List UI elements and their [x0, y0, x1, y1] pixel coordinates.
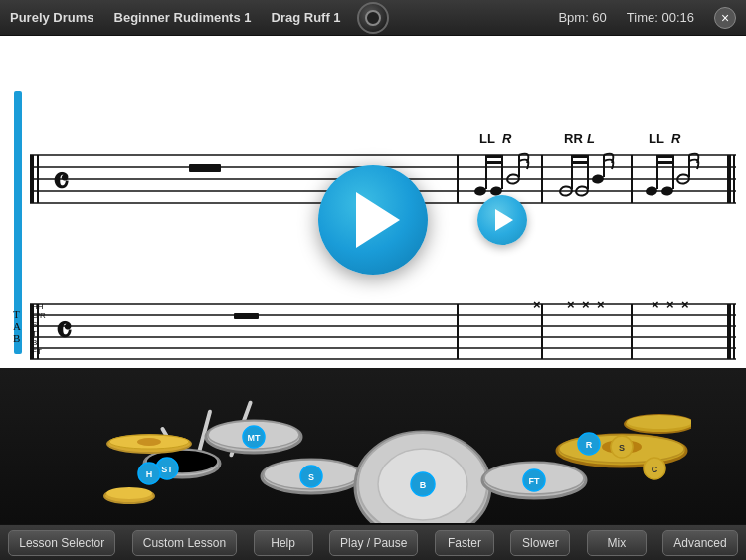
drum-kit-area: ST H MT S B F	[0, 368, 746, 524]
svg-rect-6	[37, 155, 39, 203]
svg-text:S: S	[308, 472, 314, 482]
play-button-small[interactable]	[477, 195, 527, 245]
svg-text:B: B	[420, 480, 427, 490]
svg-text:RR: RR	[564, 131, 583, 146]
svg-text:×: ×	[652, 297, 659, 312]
svg-text:R: R	[586, 440, 593, 450]
svg-text:L: L	[587, 131, 595, 146]
lesson-name: Beginner Rudiments 1	[114, 10, 252, 25]
svg-point-30	[591, 174, 604, 185]
svg-point-38	[660, 186, 673, 197]
close-button[interactable]: ×	[714, 7, 736, 29]
svg-rect-42	[657, 155, 673, 158]
play-icon-large	[356, 192, 400, 248]
bpm-display: Bpm: 60	[558, 10, 606, 25]
svg-text:×: ×	[666, 297, 674, 312]
app-name: Purely Drums	[10, 10, 94, 25]
svg-text:×: ×	[681, 297, 689, 312]
app-logo	[357, 2, 389, 34]
slower-button[interactable]: Slower	[510, 530, 570, 556]
svg-text:A: A	[13, 320, 21, 332]
svg-text:ST: ST	[161, 465, 173, 474]
play-icon-small	[495, 209, 513, 231]
svg-rect-32	[572, 155, 588, 158]
svg-rect-62	[234, 313, 259, 319]
faster-button[interactable]: Faster	[435, 530, 494, 556]
sheet-music-area: 𝄴 LL R RR L	[0, 36, 746, 404]
svg-rect-22	[486, 155, 502, 158]
svg-text:FT: FT	[529, 476, 540, 486]
svg-text:𝄴: 𝄴	[55, 310, 72, 352]
svg-text:C/R: C/R	[32, 311, 46, 320]
logo-inner	[365, 10, 381, 26]
advanced-button[interactable]: Advanced	[662, 530, 737, 556]
top-bar: Purely Drums Beginner Rudiments 1 Drag R…	[0, 0, 746, 36]
play-button-large[interactable]	[318, 165, 428, 275]
svg-text:×: ×	[582, 297, 590, 312]
svg-point-87	[106, 487, 152, 499]
time-display: Time: 00:16	[627, 10, 694, 25]
svg-text:×: ×	[597, 297, 605, 312]
topbar-left: Purely Drums Beginner Rudiments 1 Drag R…	[10, 10, 341, 25]
svg-rect-8	[189, 164, 221, 172]
svg-text:B: B	[32, 338, 37, 347]
svg-rect-33	[572, 161, 588, 164]
svg-text:T: T	[13, 308, 20, 320]
svg-text:FT: FT	[32, 347, 42, 356]
svg-text:R: R	[502, 131, 512, 146]
svg-point-16	[473, 186, 486, 197]
lesson-selector-button[interactable]: Lesson Selector	[8, 530, 115, 556]
svg-text:HH: HH	[32, 302, 44, 311]
svg-text:S: S	[619, 443, 625, 453]
svg-point-36	[645, 186, 657, 197]
svg-text:×: ×	[567, 297, 575, 312]
play-pause-button[interactable]: Play / Pause	[329, 530, 418, 556]
svg-rect-5	[30, 155, 34, 203]
svg-rect-43	[657, 161, 673, 164]
svg-text:×: ×	[533, 297, 541, 312]
custom-lesson-button[interactable]: Custom Lesson	[132, 530, 237, 556]
svg-text:MT: MT	[248, 433, 261, 443]
svg-rect-23	[486, 161, 502, 164]
help-button[interactable]: Help	[254, 530, 313, 556]
svg-text:𝄴: 𝄴	[52, 161, 69, 203]
svg-text:S: S	[32, 320, 37, 329]
svg-point-83	[137, 438, 161, 446]
svg-text:T: T	[32, 329, 37, 338]
bottom-toolbar: Lesson Selector Custom Lesson Help Play …	[0, 524, 746, 560]
svg-text:LL: LL	[649, 131, 664, 146]
lesson-item: Drag Ruff 1	[272, 10, 341, 25]
drum-kit-svg: ST H MT S B F	[55, 369, 691, 523]
svg-point-116	[627, 415, 691, 429]
svg-text:LL: LL	[479, 131, 495, 146]
topbar-right: Bpm: 60 Time: 00:16 ×	[558, 7, 736, 29]
svg-text:R: R	[671, 131, 681, 146]
mix-button[interactable]: Mix	[587, 530, 647, 556]
svg-text:C: C	[652, 465, 658, 474]
svg-text:B: B	[13, 332, 20, 344]
svg-text:H: H	[146, 469, 153, 479]
